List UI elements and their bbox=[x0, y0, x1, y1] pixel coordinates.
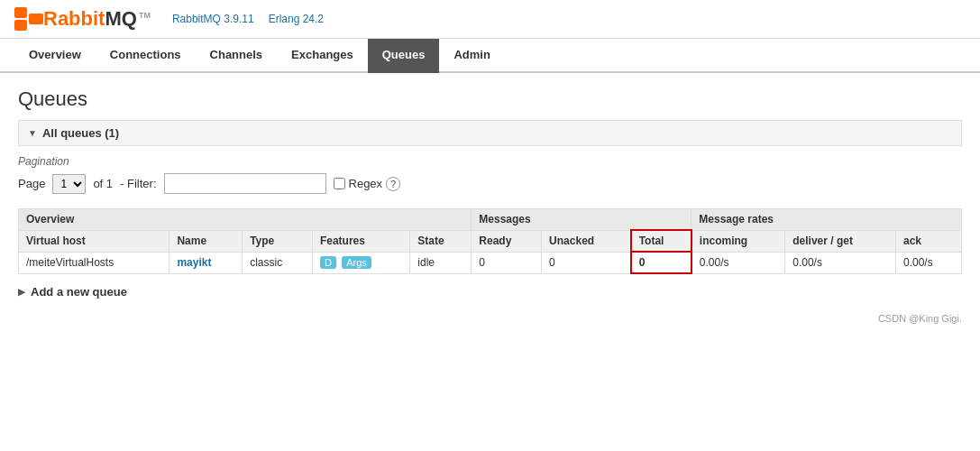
cell-deliver-get: 0.00/s bbox=[785, 252, 896, 273]
cell-incoming: 0.00/s bbox=[691, 252, 785, 273]
col-group-messages: Messages bbox=[472, 209, 691, 231]
col-incoming: incoming bbox=[691, 230, 785, 252]
section-arrow-icon: ▼ bbox=[28, 128, 37, 138]
page-of-label: of 1 bbox=[93, 177, 113, 190]
add-queue-arrow-icon: ▶ bbox=[18, 287, 25, 297]
page-title: Queues bbox=[18, 87, 962, 111]
main-nav: Overview Connections Channels Exchanges … bbox=[0, 39, 980, 73]
erlang-label: Erlang 24.2 bbox=[269, 13, 324, 25]
col-virtual-host: Virtual host bbox=[19, 230, 169, 252]
col-name: Name bbox=[169, 230, 243, 252]
section-all-queues[interactable]: ▼ All queues (1) bbox=[18, 120, 962, 146]
logo-icon bbox=[14, 7, 43, 31]
regex-label: Regex bbox=[349, 177, 383, 190]
col-ready: Ready bbox=[472, 230, 542, 252]
page-label: Page bbox=[18, 177, 45, 190]
col-type: Type bbox=[243, 230, 313, 252]
cell-total: 0 bbox=[631, 252, 691, 273]
queues-table: Overview Messages Message rates Virtual … bbox=[18, 208, 962, 274]
nav-item-channels[interactable]: Channels bbox=[196, 39, 278, 73]
col-unacked: Unacked bbox=[542, 230, 631, 252]
page-select[interactable]: 1 bbox=[52, 174, 86, 194]
col-group-message-rates: Message rates bbox=[691, 209, 962, 231]
nav-item-exchanges[interactable]: Exchanges bbox=[277, 39, 368, 73]
queue-name-link[interactable]: mayikt bbox=[177, 256, 211, 269]
col-features: Features bbox=[312, 230, 409, 252]
cell-ack: 0.00/s bbox=[896, 252, 962, 273]
cell-features: D Args bbox=[312, 252, 409, 273]
cell-state: idle bbox=[410, 252, 472, 273]
svg-rect-2 bbox=[29, 14, 43, 24]
main-content: Queues ▼ All queues (1) Pagination Page … bbox=[0, 73, 980, 338]
regex-checkbox[interactable] bbox=[334, 178, 345, 189]
nav-item-queues[interactable]: Queues bbox=[368, 39, 440, 73]
cell-name: mayikt bbox=[169, 252, 243, 273]
version-label: RabbitMQ 3.9.11 bbox=[172, 13, 254, 25]
col-group-overview: Overview bbox=[19, 209, 472, 231]
regex-row: Regex ? bbox=[334, 177, 401, 191]
badge-args[interactable]: Args bbox=[342, 256, 371, 269]
nav-item-overview[interactable]: Overview bbox=[14, 39, 96, 73]
col-total: Total bbox=[631, 230, 691, 252]
filter-input[interactable] bbox=[164, 173, 326, 194]
col-deliver-get: deliver / get bbox=[785, 230, 896, 252]
badge-d: D bbox=[320, 256, 336, 269]
nav-item-connections[interactable]: Connections bbox=[96, 39, 196, 73]
nav-item-admin[interactable]: Admin bbox=[439, 39, 504, 73]
regex-help-icon[interactable]: ? bbox=[386, 177, 400, 191]
add-queue-label: Add a new queue bbox=[31, 285, 127, 299]
logo: RabbitMQTM bbox=[14, 7, 151, 31]
logo-text: RabbitMQTM bbox=[43, 7, 151, 31]
app-header: RabbitMQTM RabbitMQ 3.9.11 Erlang 24.2 bbox=[0, 0, 980, 39]
pagination-label: Pagination bbox=[18, 155, 962, 168]
svg-rect-1 bbox=[14, 20, 27, 31]
add-queue-section[interactable]: ▶ Add a new queue bbox=[18, 285, 962, 299]
svg-rect-0 bbox=[14, 7, 27, 18]
cell-type: classic bbox=[243, 252, 313, 273]
footer-note: CSDN @King Gigi. bbox=[18, 313, 962, 324]
col-ack: ack bbox=[896, 230, 962, 252]
section-label: All queues (1) bbox=[42, 126, 119, 140]
cell-virtual-host: /meiteVirtualHosts bbox=[19, 252, 169, 273]
col-state: State bbox=[410, 230, 472, 252]
table-row: /meiteVirtualHosts mayikt classic D Args… bbox=[19, 252, 962, 273]
header-info: RabbitMQ 3.9.11 Erlang 24.2 bbox=[172, 13, 324, 25]
pagination-row: Page 1 of 1 - Filter: Regex ? bbox=[18, 173, 962, 194]
cell-unacked: 0 bbox=[542, 252, 631, 273]
filter-label: - Filter: bbox=[120, 177, 156, 190]
cell-ready: 0 bbox=[472, 252, 542, 273]
